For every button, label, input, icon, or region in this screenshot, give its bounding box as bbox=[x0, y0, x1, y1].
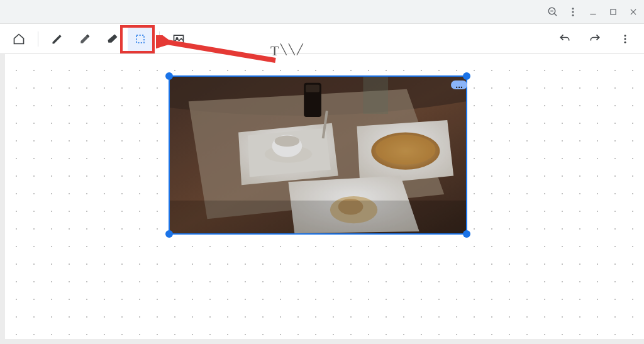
canvas-margin-left bbox=[0, 54, 5, 344]
toolbar bbox=[0, 24, 644, 54]
toolbar-divider bbox=[38, 31, 38, 47]
home-button[interactable] bbox=[6, 26, 31, 52]
resize-handle-tl[interactable] bbox=[165, 72, 173, 80]
canvas-margin-bottom bbox=[0, 339, 644, 344]
redo-button[interactable] bbox=[582, 26, 608, 52]
svg-point-13 bbox=[625, 35, 626, 36]
svg-point-4 bbox=[572, 11, 574, 13]
minimize-icon[interactable] bbox=[587, 6, 599, 18]
svg-point-5 bbox=[572, 14, 574, 16]
eraser-tool[interactable] bbox=[100, 26, 125, 52]
image-more-button[interactable]: ... bbox=[451, 80, 467, 89]
resize-handle-br[interactable] bbox=[463, 230, 470, 238]
selected-image[interactable]: ... bbox=[169, 75, 467, 235]
svg-point-15 bbox=[625, 41, 626, 43]
svg-rect-10 bbox=[136, 35, 144, 43]
svg-line-1 bbox=[554, 13, 557, 16]
svg-point-3 bbox=[572, 8, 574, 9]
svg-rect-35 bbox=[170, 201, 466, 233]
toolbar-left bbox=[6, 26, 191, 52]
maximize-icon[interactable] bbox=[608, 6, 619, 18]
more-vert-icon[interactable] bbox=[567, 6, 579, 18]
window-titlebar bbox=[0, 0, 644, 24]
resize-handle-tr[interactable] bbox=[463, 72, 470, 80]
drawing-canvas[interactable]: T╲╲╱ bbox=[0, 54, 644, 344]
select-tool[interactable] bbox=[128, 26, 153, 52]
zoom-out-icon[interactable] bbox=[547, 6, 558, 18]
toolbar-right bbox=[552, 26, 638, 52]
resize-handle-bl[interactable] bbox=[165, 230, 173, 238]
overflow-button[interactable] bbox=[613, 26, 638, 52]
svg-point-14 bbox=[625, 38, 626, 40]
toolbar-divider bbox=[159, 31, 160, 47]
image-content bbox=[170, 77, 466, 233]
svg-rect-7 bbox=[611, 9, 616, 14]
highlighter-tool[interactable] bbox=[72, 26, 97, 52]
close-icon[interactable] bbox=[628, 6, 639, 18]
undo-button[interactable] bbox=[552, 26, 577, 52]
pen-tool[interactable] bbox=[45, 26, 70, 52]
insert-image-tool[interactable] bbox=[166, 26, 191, 52]
